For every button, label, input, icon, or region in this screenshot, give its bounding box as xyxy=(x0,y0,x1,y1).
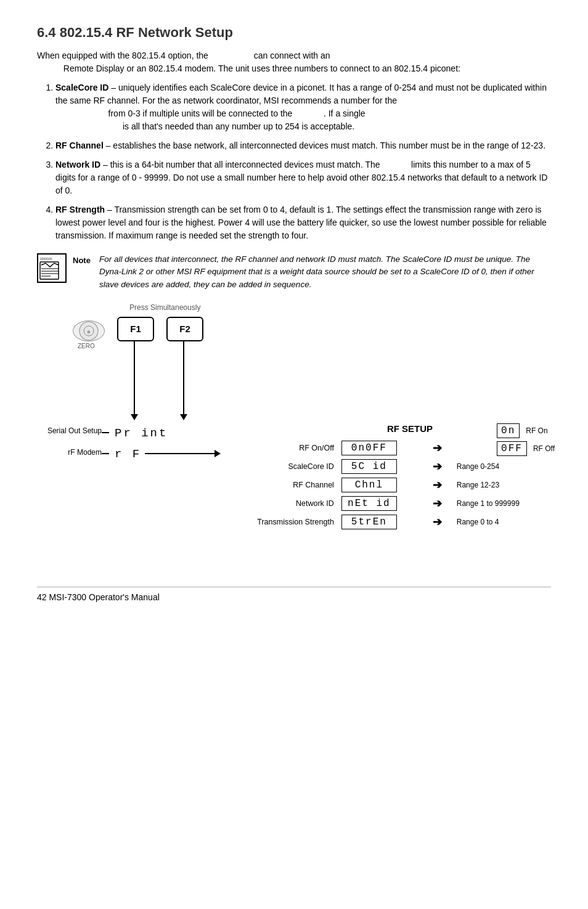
row-label: RF On/Off xyxy=(216,439,338,457)
footer: 42 MSI-7300 Operator's Manual xyxy=(37,587,551,602)
arrow-f2-down xyxy=(183,341,184,415)
serial-out-label: Serial Out Setup xyxy=(37,426,102,435)
row-label: ScaleCore ID xyxy=(216,457,338,476)
rf-modem-label: rF Modem xyxy=(37,448,102,457)
serial-connector-line xyxy=(102,432,109,433)
row-range: Range 1 to 999999 xyxy=(453,494,555,513)
table-row: RF Channel Chnl ➔ Range 12-23 xyxy=(216,476,555,494)
row-display: nEt id xyxy=(338,494,429,513)
menu-print-display: Pr int xyxy=(110,424,173,442)
diagram-area: Press Simultaneously ⊕ ZERO F1 F2 Serial… xyxy=(37,303,551,562)
note-box: 0000000 Note For all devices that interc… xyxy=(37,253,551,291)
rf-off-label: RF Off xyxy=(533,444,555,453)
rf-setup-section: 0n RF On 0FF RF Off RF SETUP RF On/Off 0… xyxy=(216,423,555,531)
footer-text: 42 MSI-7300 Operator's Manual xyxy=(37,592,160,602)
row-arrow: ➔ xyxy=(429,439,453,457)
rf-on-row: 0n RF On xyxy=(497,423,555,438)
row-range: Range 12-23 xyxy=(453,476,555,494)
row-arrow: ➔ xyxy=(429,513,453,531)
row-arrow: ➔ xyxy=(429,457,453,476)
svg-text:⊕: ⊕ xyxy=(87,330,91,334)
zero-button: ⊕ xyxy=(73,320,105,341)
rf-off-row: 0FF RF Off xyxy=(497,441,555,456)
table-row: Transmission Strength 5trEn ➔ Range 0 to… xyxy=(216,513,555,531)
svg-text:0000000: 0000000 xyxy=(40,257,52,261)
row-arrow: ➔ xyxy=(429,476,453,494)
press-simultaneously-label: Press Simultaneously xyxy=(129,303,200,312)
row-range: Range 0-254 xyxy=(453,457,555,476)
rf-connector-line xyxy=(102,453,109,454)
row-display: 5C id xyxy=(338,457,429,476)
row-label: RF Channel xyxy=(216,476,338,494)
row-range: Range 0 to 4 xyxy=(453,513,555,531)
row-label: Transmission Strength xyxy=(216,513,338,531)
row-label: Network ID xyxy=(216,494,338,513)
zero-label: ZERO xyxy=(78,343,95,349)
f2-button[interactable]: F2 xyxy=(166,317,203,341)
row-display: Chnl xyxy=(338,476,429,494)
arrow-f1-down xyxy=(134,341,135,415)
rf-on-off-area: 0n RF On 0FF RF Off xyxy=(497,423,555,456)
row-arrow: ➔ xyxy=(429,494,453,513)
intro-text: When equipped with the 802.15.4 option, … xyxy=(37,49,551,75)
numbered-list: ScaleCore ID – uniquely identifies each … xyxy=(55,81,551,242)
rf-display: r F xyxy=(110,445,146,463)
rf-on-display: 0n xyxy=(497,423,520,438)
list-item-3: Network ID – this is a 64-bit number tha… xyxy=(55,158,551,197)
rf-to-setup-arrow xyxy=(145,453,216,454)
list-item-2: RF Channel – establishes the base networ… xyxy=(55,139,551,152)
note-content: For all devices that interconnect, the R… xyxy=(99,253,551,291)
table-row: Network ID nEt id ➔ Range 1 to 999999 xyxy=(216,494,555,513)
row-display: 5trEn xyxy=(338,513,429,531)
note-label-text: Note xyxy=(73,256,91,265)
f1-button[interactable]: F1 xyxy=(117,317,154,341)
rf-on-label: RF On xyxy=(526,426,547,435)
rf-off-display: 0FF xyxy=(497,441,527,456)
note-icon: 0000000 xyxy=(37,253,67,283)
page-title: 6.4 802.15.4 RF Network Setup xyxy=(37,25,551,41)
list-item-1: ScaleCore ID – uniquely identifies each … xyxy=(55,81,551,133)
row-display: 0n0FF xyxy=(338,439,429,457)
list-item-4: RF Strength – Transmission strength can … xyxy=(55,203,551,242)
table-row: ScaleCore ID 5C id ➔ Range 0-254 xyxy=(216,457,555,476)
